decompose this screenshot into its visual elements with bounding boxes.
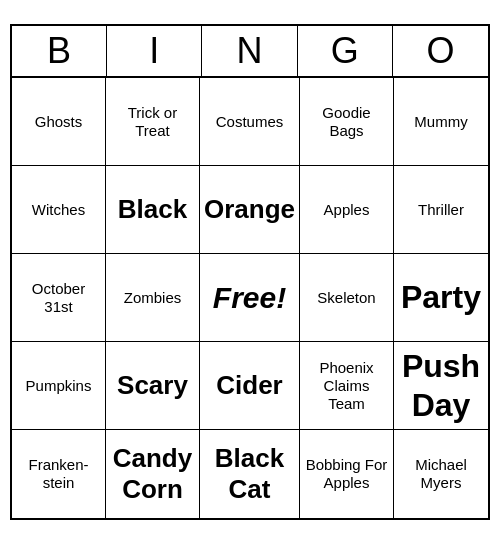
bingo-cell: Apples <box>300 166 394 254</box>
cell-text: Black <box>118 194 187 225</box>
cell-text: Apples <box>324 201 370 219</box>
bingo-cell: Ghosts <box>12 78 106 166</box>
header-letter: N <box>202 26 297 76</box>
bingo-cell: Candy Corn <box>106 430 200 518</box>
bingo-cell: Mummy <box>394 78 488 166</box>
cell-text: Trick or Treat <box>110 104 195 140</box>
bingo-cell: Scary <box>106 342 200 430</box>
bingo-cell: Black <box>106 166 200 254</box>
bingo-cell: Costumes <box>200 78 300 166</box>
cell-text: Cider <box>216 370 282 401</box>
bingo-card: BINGO GhostsTrick or TreatCostumesGoodie… <box>10 24 490 520</box>
cell-text: Bobbing For Apples <box>304 456 389 492</box>
bingo-cell: Pumpkins <box>12 342 106 430</box>
cell-text: Candy Corn <box>110 443 195 505</box>
header-letter: I <box>107 26 202 76</box>
bingo-cell: October 31st <box>12 254 106 342</box>
bingo-cell: Party <box>394 254 488 342</box>
cell-text: Phoenix Claims Team <box>304 359 389 413</box>
bingo-grid: GhostsTrick or TreatCostumesGoodie BagsM… <box>12 78 488 518</box>
header-letter: G <box>298 26 393 76</box>
bingo-cell: Franken- stein <box>12 430 106 518</box>
bingo-cell: Black Cat <box>200 430 300 518</box>
bingo-cell: Witches <box>12 166 106 254</box>
cell-text: October 31st <box>16 280 101 316</box>
cell-text: Pumpkins <box>26 377 92 395</box>
bingo-cell: Push Day <box>394 342 488 430</box>
bingo-cell: Zombies <box>106 254 200 342</box>
bingo-cell: Free! <box>200 254 300 342</box>
cell-text: Goodie Bags <box>304 104 389 140</box>
header-letter: O <box>393 26 488 76</box>
cell-text: Michael Myers <box>398 456 484 492</box>
cell-text: Franken- stein <box>16 456 101 492</box>
cell-text: Thriller <box>418 201 464 219</box>
cell-text: Black Cat <box>204 443 295 505</box>
bingo-cell: Trick or Treat <box>106 78 200 166</box>
bingo-cell: Michael Myers <box>394 430 488 518</box>
bingo-cell: Orange <box>200 166 300 254</box>
bingo-header: BINGO <box>12 26 488 78</box>
bingo-cell: Cider <box>200 342 300 430</box>
cell-text: Free! <box>213 280 286 316</box>
cell-text: Skeleton <box>317 289 375 307</box>
cell-text: Party <box>401 278 481 316</box>
bingo-cell: Goodie Bags <box>300 78 394 166</box>
cell-text: Scary <box>117 370 188 401</box>
bingo-cell: Skeleton <box>300 254 394 342</box>
bingo-cell: Thriller <box>394 166 488 254</box>
cell-text: Push Day <box>398 347 484 424</box>
cell-text: Zombies <box>124 289 182 307</box>
bingo-cell: Bobbing For Apples <box>300 430 394 518</box>
header-letter: B <box>12 26 107 76</box>
cell-text: Orange <box>204 194 295 225</box>
cell-text: Witches <box>32 201 85 219</box>
cell-text: Ghosts <box>35 113 83 131</box>
bingo-cell: Phoenix Claims Team <box>300 342 394 430</box>
cell-text: Costumes <box>216 113 284 131</box>
cell-text: Mummy <box>414 113 467 131</box>
